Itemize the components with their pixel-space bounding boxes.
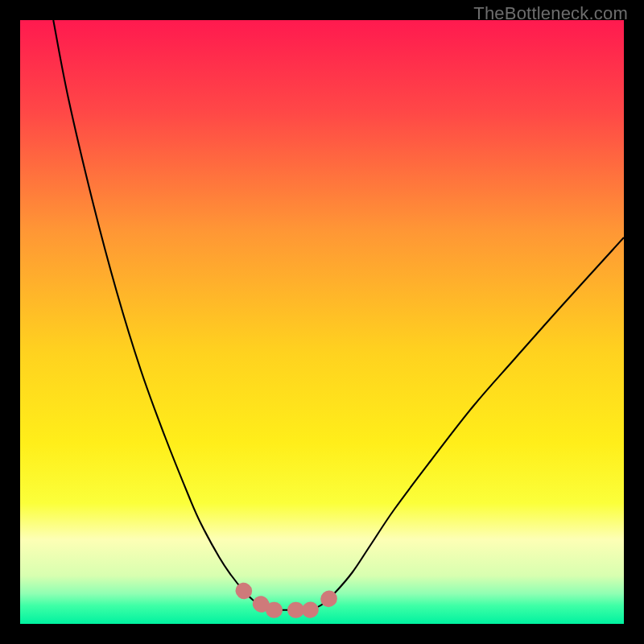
plot-area — [20, 20, 624, 624]
chart-frame: TheBottleneck.com — [0, 0, 644, 644]
series-left-curve — [53, 20, 274, 610]
series-range-thick-right — [310, 597, 331, 610]
curves-layer — [20, 20, 624, 624]
series-right-curve — [310, 237, 624, 610]
